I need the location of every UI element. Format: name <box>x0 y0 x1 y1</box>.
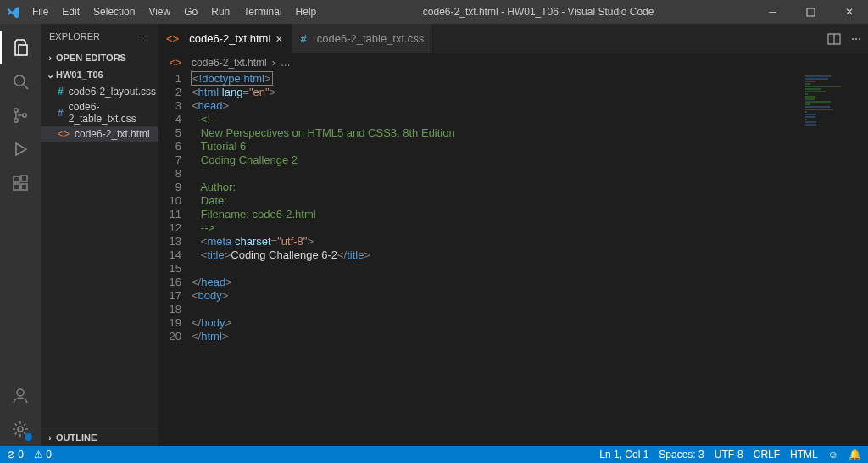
sidebar-title: EXPLORER <box>49 31 100 42</box>
html-file-icon: <> <box>58 128 70 140</box>
code-line[interactable]: <meta charset="utf-8"> <box>192 235 868 248</box>
vscode-icon <box>0 0 25 24</box>
window-title: code6-2_txt.html - HW01_T06 - Visual Stu… <box>323 6 754 18</box>
bell-icon[interactable]: 🔔 <box>849 449 861 460</box>
code-line[interactable]: </head> <box>192 276 868 289</box>
source-control-icon[interactable] <box>0 98 41 132</box>
svg-point-10 <box>17 389 24 396</box>
css-file-icon: # <box>58 107 64 119</box>
code-line[interactable]: Author: <box>192 181 868 194</box>
sidebar: EXPLORER ⋯ ›OPEN EDITORS ⌄HW01_T06 #code… <box>41 24 158 446</box>
code-line[interactable]: </body> <box>192 316 868 330</box>
breadcrumb[interactable]: <> code6-2_txt.html › … <box>158 53 868 72</box>
menu-selection[interactable]: Selection <box>86 1 142 23</box>
outline-section[interactable]: ›OUTLINE <box>41 428 158 446</box>
editor-tab[interactable]: <>code6-2_txt.html× <box>158 24 292 53</box>
sidebar-header: EXPLORER ⋯ <box>41 24 158 49</box>
run-debug-icon[interactable] <box>0 132 41 166</box>
line-gutter: 1234567891011121314151617181920 <box>158 72 192 343</box>
status-item[interactable]: ⚠ 0 <box>34 449 52 460</box>
extensions-icon[interactable] <box>0 166 41 200</box>
status-item[interactable]: Ln 1, Col 1 <box>599 449 648 460</box>
code-line[interactable]: --> <box>192 221 868 235</box>
file-name: code6-2_table_txt.css <box>69 101 158 125</box>
file-name: code6-2_txt.html <box>75 128 150 140</box>
tab-label: code6-2_table_txt.css <box>317 32 424 45</box>
menu-edit[interactable]: Edit <box>55 1 86 23</box>
code-line[interactable]: Coding Challenge 2 <box>192 153 868 167</box>
svg-rect-6 <box>14 176 19 182</box>
file-item[interactable]: #code6-2_layout.css <box>41 84 158 99</box>
menu-go[interactable]: Go <box>177 1 204 23</box>
minimap[interactable] <box>805 75 856 134</box>
svg-point-11 <box>18 427 23 432</box>
code-line[interactable]: New Perspectives on HTML5 and CSS3, 8th … <box>192 126 868 140</box>
code-line[interactable]: Filename: code6-2.html <box>192 208 868 221</box>
code-line[interactable]: <title>Coding Challenge 6-2</title> <box>192 248 868 262</box>
code-line[interactable] <box>192 262 868 276</box>
editor-tab[interactable]: #code6-2_table_txt.css <box>292 24 433 53</box>
code-line[interactable]: <!doctype html> <box>192 72 868 86</box>
code-line[interactable]: <body> <box>192 289 868 303</box>
close-button[interactable]: ✕ <box>830 0 868 24</box>
open-editors-section[interactable]: ›OPEN EDITORS <box>41 49 158 66</box>
explorer-icon[interactable] <box>0 31 41 64</box>
code-line[interactable] <box>192 167 868 181</box>
svg-point-5 <box>23 114 26 117</box>
code-line[interactable]: </html> <box>192 330 868 343</box>
window-controls: ─ ✕ <box>754 0 868 24</box>
status-item[interactable]: Spaces: 3 <box>659 449 704 460</box>
file-name: code6-2_layout.css <box>69 86 156 98</box>
menu-terminal[interactable]: Terminal <box>236 1 288 23</box>
code-line[interactable]: Tutorial 6 <box>192 140 868 153</box>
menu-bar: FileEditSelectionViewGoRunTerminalHelp <box>25 1 323 23</box>
code-line[interactable]: <html lang="en"> <box>192 86 868 99</box>
code-editor[interactable]: 1234567891011121314151617181920 <!doctyp… <box>158 72 868 343</box>
tab-label: code6-2_txt.html <box>189 32 270 45</box>
menu-help[interactable]: Help <box>289 1 324 23</box>
search-icon[interactable] <box>0 64 41 98</box>
code-line[interactable]: Date: <box>192 194 868 208</box>
editor-area: <>code6-2_txt.html×#code6-2_table_txt.cs… <box>158 24 868 446</box>
code-lines[interactable]: <!doctype html><html lang="en"><head> <!… <box>192 72 868 343</box>
html-file-icon: <> <box>166 32 179 45</box>
svg-point-3 <box>14 109 18 112</box>
menu-file[interactable]: File <box>25 1 55 23</box>
svg-rect-9 <box>21 176 27 181</box>
status-item[interactable]: CRLF <box>754 449 780 460</box>
menu-run[interactable]: Run <box>204 1 236 23</box>
title-bar: FileEditSelectionViewGoRunTerminalHelp c… <box>0 0 868 24</box>
css-file-icon: # <box>58 86 64 98</box>
code-line[interactable] <box>192 303 868 316</box>
svg-point-1 <box>14 75 25 86</box>
project-section[interactable]: ⌄HW01_T06 <box>41 66 158 84</box>
settings-gear-icon[interactable] <box>0 412 41 446</box>
code-line[interactable]: <!-- <box>192 113 868 126</box>
css-file-icon: # <box>300 32 306 45</box>
more-icon[interactable]: ⋯ <box>140 31 149 42</box>
account-icon[interactable] <box>0 378 41 412</box>
svg-rect-7 <box>14 184 19 190</box>
file-item[interactable]: <>code6-2_txt.html <box>41 126 158 142</box>
status-bar: ⊘ 0⚠ 0 Ln 1, Col 1Spaces: 3UTF-8CRLFHTML… <box>0 446 868 463</box>
status-item[interactable]: ⊘ 0 <box>7 449 24 460</box>
minimize-button[interactable]: ─ <box>754 0 792 24</box>
html-file-icon: <> <box>170 57 181 69</box>
svg-rect-8 <box>21 184 27 190</box>
editor-more-icon[interactable]: ⋯ <box>851 33 861 45</box>
svg-rect-0 <box>807 8 815 16</box>
feedback-icon[interactable]: ☺ <box>828 449 838 460</box>
svg-point-4 <box>14 119 18 122</box>
status-item[interactable]: UTF-8 <box>715 449 743 460</box>
split-editor-icon[interactable] <box>827 32 841 46</box>
svg-line-2 <box>24 85 28 89</box>
status-item[interactable]: HTML <box>790 449 818 460</box>
file-item[interactable]: #code6-2_table_txt.css <box>41 99 158 126</box>
code-line[interactable]: <head> <box>192 99 868 113</box>
maximize-button[interactable] <box>792 0 830 24</box>
close-tab-icon[interactable]: × <box>275 32 282 46</box>
editor-tabs: <>code6-2_txt.html×#code6-2_table_txt.cs… <box>158 24 868 53</box>
activity-bar <box>0 24 41 446</box>
menu-view[interactable]: View <box>142 1 177 23</box>
